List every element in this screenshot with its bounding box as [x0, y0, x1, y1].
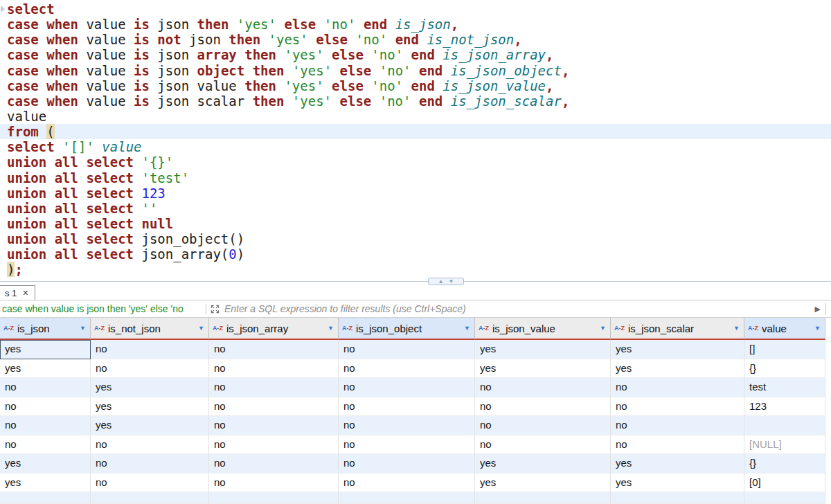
table-cell[interactable]	[209, 492, 339, 504]
column-header-is_json_array[interactable]: A-Zis_json_array▼	[209, 318, 339, 340]
table-cell[interactable]: {}	[744, 359, 825, 379]
sql-editor[interactable]: selectcase when value is json then 'yes'…	[0, 0, 831, 278]
apply-filter-button[interactable]: ▶	[815, 305, 821, 313]
column-dropdown-icon[interactable]: ▼	[814, 325, 821, 332]
table-cell[interactable]: yes	[611, 474, 744, 493]
table-cell[interactable]: yes	[611, 359, 744, 379]
table-cell[interactable]: no	[209, 340, 339, 359]
column-header-is_json_scalar[interactable]: A-Zis_json_scalar▼	[611, 318, 744, 340]
column-dropdown-icon[interactable]: ▼	[464, 325, 470, 332]
table-cell[interactable]: no	[0, 435, 91, 455]
editor-results-splitter[interactable]: ▲ ▼	[0, 278, 831, 285]
column-header-is_json_value[interactable]: A-Zis_json_value▼	[475, 318, 611, 340]
table-cell[interactable]: no	[475, 435, 611, 455]
code-line: );	[0, 262, 831, 277]
table-row: yesnononoyesyes{}	[0, 359, 831, 379]
column-header-label: is_json	[17, 323, 77, 334]
column-header-is_not_json[interactable]: A-Zis_not_json▼	[91, 318, 209, 340]
table-cell[interactable]: yes	[611, 454, 744, 474]
table-cell[interactable]: no	[611, 397, 744, 417]
grid-row-filler	[825, 454, 831, 474]
table-cell[interactable]: no	[91, 359, 209, 379]
tab-close-icon[interactable]: ✕	[22, 289, 28, 297]
table-cell[interactable]: 123	[744, 397, 825, 417]
table-cell[interactable]: yes	[475, 340, 611, 359]
table-cell[interactable]: yes	[91, 416, 209, 435]
table-cell[interactable]: no	[611, 416, 744, 435]
table-cell[interactable]: no	[339, 378, 475, 397]
table-cell[interactable]	[744, 416, 825, 435]
table-cell[interactable]: no	[339, 397, 475, 417]
table-cell[interactable]: yes	[91, 378, 209, 397]
table-cell[interactable]: no	[339, 359, 475, 379]
column-header-label: is_not_json	[108, 323, 195, 334]
table-cell[interactable]: no	[0, 416, 91, 435]
fold-marker-icon[interactable]	[1, 6, 5, 12]
table-cell[interactable]: no	[339, 340, 475, 359]
expand-filter-icon[interactable]	[211, 305, 220, 314]
column-dropdown-icon[interactable]: ▼	[198, 325, 204, 332]
table-row: noyesnonononotest	[0, 378, 831, 397]
table-cell[interactable]: yes	[611, 340, 744, 359]
splitter-collapse-handle[interactable]: ▲ ▼	[428, 278, 464, 285]
table-cell[interactable]: no	[339, 435, 475, 455]
table-cell[interactable]: yes	[0, 474, 91, 493]
table-cell[interactable]: no	[611, 378, 744, 397]
results-tab[interactable]: s 1 ✕	[0, 285, 35, 300]
column-dropdown-icon[interactable]: ▼	[600, 325, 606, 332]
table-cell[interactable]: no	[209, 454, 339, 474]
table-cell[interactable]: yes	[475, 454, 611, 474]
column-dropdown-icon[interactable]: ▼	[733, 325, 740, 332]
table-cell[interactable]: no	[91, 435, 209, 455]
table-cell[interactable]: no	[475, 397, 611, 417]
table-cell[interactable]	[611, 492, 744, 504]
table-cell[interactable]: no	[209, 416, 339, 435]
table-cell[interactable]	[475, 492, 611, 504]
sort-az-icon: A-Z	[748, 325, 758, 332]
table-cell[interactable]: yes	[0, 359, 91, 379]
table-cell[interactable]: [0]	[744, 474, 825, 493]
column-header-value[interactable]: A-Zvalue▼	[744, 318, 825, 340]
table-cell[interactable]: yes	[475, 359, 611, 379]
table-cell[interactable]: no	[0, 397, 91, 417]
table-cell[interactable]: no	[91, 340, 209, 359]
table-cell[interactable]: []	[744, 340, 825, 359]
table-cell[interactable]: no	[209, 359, 339, 379]
table-cell[interactable]: no	[475, 416, 611, 435]
table-cell[interactable]: no	[91, 474, 209, 493]
table-cell[interactable]	[339, 492, 475, 504]
table-cell[interactable]: no	[209, 378, 339, 397]
table-cell[interactable]: [NULL]	[744, 435, 825, 455]
filter-input[interactable]	[223, 303, 812, 315]
table-cell[interactable]: no	[91, 454, 209, 474]
grid-row-filler	[825, 340, 831, 359]
table-cell[interactable]: no	[0, 378, 91, 397]
table-cell[interactable]: no	[209, 397, 339, 417]
table-cell[interactable]: yes	[0, 340, 91, 359]
table-cell[interactable]: no	[339, 454, 475, 474]
table-cell[interactable]: no	[611, 435, 744, 455]
column-dropdown-icon[interactable]: ▼	[328, 325, 334, 332]
table-cell[interactable]	[91, 492, 209, 504]
table-row: noyesnononono123	[0, 397, 831, 417]
table-cell[interactable]: yes	[0, 454, 91, 474]
results-tab-bar: s 1 ✕	[0, 285, 831, 300]
table-cell[interactable]	[0, 492, 91, 504]
table-cell[interactable]: yes	[91, 397, 209, 417]
table-cell[interactable]: no	[339, 416, 475, 435]
table-cell[interactable]: yes	[475, 474, 611, 493]
table-cell[interactable]: no	[475, 378, 611, 397]
column-header-is_json_object[interactable]: A-Zis_json_object▼	[339, 318, 475, 340]
code-line: union all select null	[0, 216, 831, 231]
table-cell[interactable]: no	[339, 474, 475, 493]
table-row: nononononono[NULL]	[0, 435, 831, 455]
table-cell[interactable]: no	[209, 474, 339, 493]
column-header-is_json[interactable]: A-Zis_json▼	[0, 318, 91, 340]
table-cell[interactable]	[744, 492, 825, 504]
table-cell[interactable]: no	[209, 435, 339, 455]
column-header-label: is_json_object	[356, 323, 461, 334]
results-grid: A-Zis_json▼A-Zis_not_json▼A-Zis_json_arr…	[0, 318, 831, 504]
table-cell[interactable]: {}	[744, 454, 825, 474]
column-dropdown-icon[interactable]: ▼	[80, 325, 86, 332]
table-cell[interactable]: test	[744, 378, 825, 397]
